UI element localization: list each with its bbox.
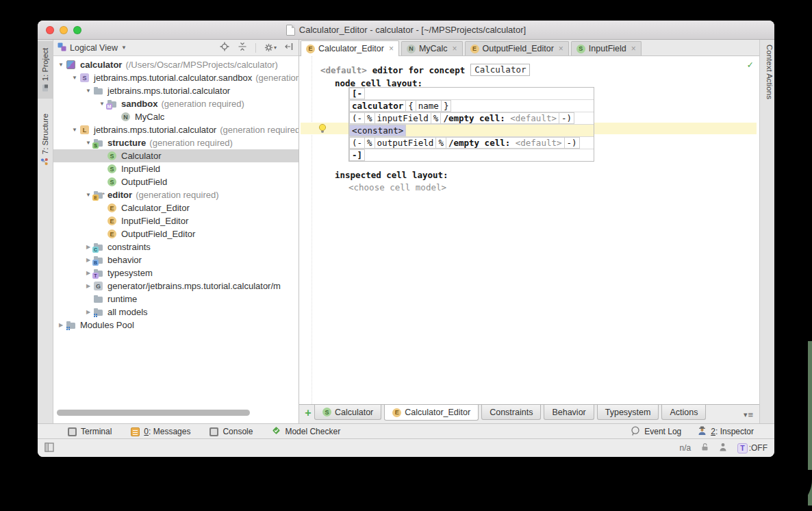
editor-cell[interactable]: (- <box>349 112 365 124</box>
tree-expand-arrow[interactable]: ▶ <box>56 319 66 332</box>
tree-item-editor[interactable]: ▼E*editor(generation required) <box>53 188 299 201</box>
tab-close-icon[interactable]: × <box>631 44 636 53</box>
editor-cell[interactable]: { <box>405 100 416 112</box>
toolwindow-button-console[interactable]: Console <box>210 427 253 436</box>
editor-cell[interactable]: } <box>441 100 452 112</box>
inspections-ok-icon[interactable]: ✓ <box>748 59 753 70</box>
tree-expand-arrow[interactable]: ▶ <box>84 306 93 319</box>
aspect-tab-behavior[interactable]: Behavior <box>544 405 594 420</box>
tree-expand-arrow[interactable]: ▼ <box>70 123 79 136</box>
tree-expand-arrow[interactable]: ▶ <box>84 240 93 253</box>
aspect-tab-calculator-editor[interactable]: ECalculator_Editor <box>384 405 479 421</box>
toolwindow-toggle-icon[interactable] <box>45 443 54 454</box>
tree-expand-arrow[interactable]: ▼ <box>56 58 66 71</box>
aspect-tab-calculator[interactable]: SCalculator <box>314 405 381 420</box>
editor-cell[interactable]: /empty cell: <default> <box>446 137 565 149</box>
tree-item-suffix: (generation required) <box>136 188 218 201</box>
tree-item-calculator[interactable]: ▼calculator(/Users/Oscar/MPSProjects/cal… <box>53 58 299 71</box>
horizontal-scrollbar-thumb[interactable] <box>57 410 250 416</box>
editor-cell[interactable]: % <box>435 137 446 149</box>
tree-item-generator-jetbrains-mps-tutorial-calculator-m[interactable]: ▶Ggenerator/jetbrains.mps.tutorial.calcu… <box>53 279 299 292</box>
editor-cell[interactable]: -) <box>559 112 574 124</box>
editor-cell[interactable]: calculator <box>349 100 406 112</box>
tree-item-jetbrains-mps-tutorial-calculator[interactable]: ▼Ljetbrains.mps.tutorial.calculator(gene… <box>53 123 299 136</box>
tree-item-label: jetbrains.mps.tutorial.calculator <box>107 84 230 97</box>
tree-item-mycalc[interactable]: NMyCalc <box>53 110 299 123</box>
tab-close-icon[interactable]: × <box>559 44 563 53</box>
tab-close-icon[interactable]: × <box>389 44 394 53</box>
concept-reference[interactable]: Calculator <box>470 64 530 76</box>
tree-expand-arrow[interactable]: ▶ <box>84 279 93 292</box>
tree-expand-arrow[interactable]: ▼ <box>97 97 107 110</box>
tree-expand-arrow[interactable]: ▼ <box>84 136 93 149</box>
editor-tab-mycalc[interactable]: NMyCalc× <box>401 41 463 55</box>
inspections-profile-icon[interactable] <box>719 443 727 453</box>
tab-label: OutputField_Editor <box>483 44 554 53</box>
aspect-tab-actions[interactable]: Actions <box>661 405 706 420</box>
hide-panel-icon[interactable] <box>285 42 293 53</box>
aspect-tab-constraints[interactable]: Constraints <box>481 405 541 420</box>
tree-item-outputfield[interactable]: SOutputField <box>53 175 299 188</box>
editor-tab-inputfield[interactable]: SInputField× <box>571 41 642 55</box>
toolwindow-button-event-log[interactable]: Event Log <box>631 426 681 438</box>
editor-cell[interactable]: (- <box>349 137 365 149</box>
tree-item-outputfield-editor[interactable]: EOutputField_Editor <box>53 227 299 240</box>
add-aspect-button[interactable]: + <box>302 405 314 421</box>
editor-cell[interactable]: -) <box>564 137 580 149</box>
lock-icon[interactable] <box>701 443 709 453</box>
editor-cell[interactable]: % <box>364 112 375 124</box>
locate-icon[interactable] <box>220 42 229 53</box>
toolwindow-button-messages[interactable]: 0: Messages <box>131 427 190 436</box>
editor-cell[interactable]: % <box>431 112 442 124</box>
editor-cell[interactable]: <constant> <box>349 125 406 136</box>
tree-item-label: structure <box>107 136 146 149</box>
highlight-level-badge[interactable]: T <box>737 443 747 453</box>
toolwindow-tab-project[interactable]: 1: Project <box>38 41 53 99</box>
toolwindow-tab-context-actions[interactable]: Context Actions <box>762 45 774 99</box>
editor-tab-calculator-editor[interactable]: ECalculator_Editor× <box>301 40 399 56</box>
tree-expand-arrow[interactable]: ▼ <box>84 188 93 201</box>
aspect-tab-typesystem[interactable]: Typesystem <box>597 405 659 420</box>
tree-item-calculator[interactable]: SCalculator <box>53 149 299 162</box>
tree-item-typesystem[interactable]: ▶Ttypesystem <box>53 266 299 279</box>
tree-expand-arrow[interactable]: ▶ <box>84 266 93 279</box>
toolwindow-button-inspector[interactable]: 2: Inspector <box>698 426 754 437</box>
tree-item-sandbox[interactable]: ▼Msandbox(generation required) <box>53 97 299 110</box>
editor-cell[interactable]: % <box>364 137 375 149</box>
tree-item-modules-pool[interactable]: ▶Modules Pool <box>53 319 299 332</box>
inspected-layout-value[interactable]: <choose cell model> <box>348 182 446 192</box>
settings-gear-icon[interactable]: ▾ <box>264 43 277 52</box>
tab-list-dropdown-icon[interactable]: ▾≡ <box>744 410 753 420</box>
tree-item-label: OutputField_Editor <box>121 227 195 240</box>
tree-expand-arrow[interactable]: ▼ <box>70 71 79 84</box>
toolwindow-tab-structure[interactable]: 7: Structure <box>38 101 53 178</box>
tree-item-runtime[interactable]: runtime <box>53 292 299 306</box>
lightbulb-icon[interactable] <box>318 123 327 136</box>
chevron-down-icon[interactable]: ▼ <box>121 45 127 51</box>
tree-expand-arrow[interactable]: ▼ <box>84 84 93 97</box>
editor-cell[interactable]: name <box>416 100 442 112</box>
editor-cell[interactable]: inputField <box>375 112 431 124</box>
tree-item-structure[interactable]: ▼Sstructure(generation required) <box>53 136 299 149</box>
tree-item-constraints[interactable]: ▶Cconstraints <box>53 240 299 253</box>
tree-expand-arrow[interactable]: ▶ <box>84 253 93 266</box>
editor-tab-outputfield-editor[interactable]: EOutputField_Editor× <box>465 41 569 55</box>
tree-item-all-models[interactable]: ▶all models <box>53 306 299 319</box>
editor-cell[interactable]: /empty cell: <default> <box>440 112 559 124</box>
toolwindow-button-terminal[interactable]: Terminal <box>68 427 112 436</box>
tree-item-inputfield[interactable]: SInputField <box>53 162 299 175</box>
editor-cell[interactable]: outputField <box>375 137 437 149</box>
tree-item-behavior[interactable]: ▶Bbehavior <box>53 253 299 266</box>
editor-content[interactable]: ✓ <default>editor for conceptCalculator … <box>299 56 759 404</box>
toolwindow-button-model-checker[interactable]: Model Checker <box>272 426 340 437</box>
tree-item-jetbrains-mps-tutorial-calculator-sandbox[interactable]: ▼Sjetbrains.mps.tutorial.calculator.sand… <box>53 71 299 84</box>
view-selector[interactable]: Logical View <box>70 43 118 53</box>
editor-cell[interactable]: -] <box>349 149 365 161</box>
editor-cell[interactable]: [- <box>349 88 365 99</box>
tree-item-jetbrains-mps-tutorial-calculator[interactable]: ▼jetbrains.mps.tutorial.calculator <box>53 84 299 97</box>
tab-close-icon[interactable]: × <box>453 44 457 53</box>
tree-item-calculator-editor[interactable]: ECalculator_Editor <box>53 201 299 214</box>
collapse-all-icon[interactable] <box>238 42 247 53</box>
tree-item-inputfield-editor[interactable]: EInputField_Editor <box>53 214 299 227</box>
toolwindow-button-label: 2: Inspector <box>711 427 754 436</box>
